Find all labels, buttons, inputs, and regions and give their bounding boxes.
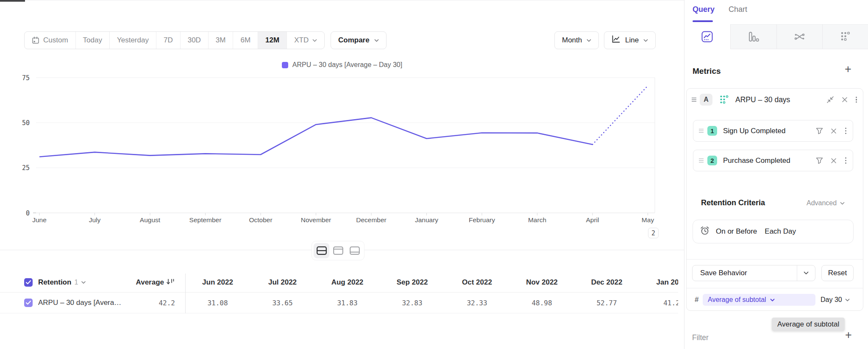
split-view-icon: [317, 246, 327, 255]
filter-funnel-icon[interactable]: [816, 128, 823, 134]
table-group-label: Retention: [38, 278, 71, 287]
filter-section-title: Filter: [692, 333, 709, 342]
numeric-measure-prefix: #: [695, 296, 698, 304]
column-header[interactable]: Sep 2022: [380, 278, 445, 287]
compare-label: Compare: [338, 36, 370, 45]
range-custom[interactable]: Custom: [25, 32, 76, 49]
flow-sankey-icon: [794, 31, 805, 42]
sort-descending-icon[interactable]: [167, 279, 175, 287]
event-row[interactable]: 2 Purchase Completed: [693, 150, 853, 171]
svg-text:April: April: [586, 216, 599, 223]
flow-chart-tab[interactable]: [776, 24, 823, 49]
chart-section: CustomTodayYesterday7D30D3M6M12MXTD Comp…: [0, 0, 684, 349]
retention-metric-icon: [719, 95, 729, 105]
more-options-icon[interactable]: [844, 127, 847, 135]
drag-handle-icon[interactable]: [699, 129, 704, 133]
range-label: Yesterday: [117, 36, 149, 45]
save-behavior-button[interactable]: Save Behavior: [692, 265, 815, 281]
range-6m[interactable]: 6M: [233, 32, 258, 49]
tab-query[interactable]: Query: [693, 5, 715, 14]
svg-text:March: March: [528, 216, 546, 223]
chart-type-button[interactable]: Line: [604, 31, 656, 49]
range-xtd[interactable]: XTD: [287, 32, 324, 49]
filter-funnel-icon[interactable]: [816, 157, 823, 164]
svg-text:July: July: [89, 216, 101, 223]
column-header[interactable]: Jul 2022: [250, 278, 315, 287]
check-icon: [26, 280, 31, 285]
funnel-dots-tab[interactable]: [822, 24, 868, 49]
metric-title: ARPU – 30 days: [735, 95, 790, 104]
line-chart-tab[interactable]: [684, 24, 730, 49]
range-label: Custom: [43, 36, 68, 45]
svg-text:May: May: [642, 216, 654, 223]
range-30d[interactable]: 30D: [181, 32, 209, 49]
advanced-dropdown[interactable]: Advanced: [807, 199, 845, 207]
bar-chart-tab[interactable]: [730, 24, 776, 49]
range-3m[interactable]: 3M: [209, 32, 234, 49]
column-header[interactable]: Dec 2022: [574, 278, 639, 287]
reset-button[interactable]: Reset: [821, 265, 854, 281]
add-metric-button[interactable]: +: [845, 65, 851, 73]
add-filter-button[interactable]: +: [845, 331, 852, 339]
column-header[interactable]: Jan 2023: [639, 278, 678, 287]
select-all-checkbox[interactable]: [24, 278, 33, 287]
split-view-toggle[interactable]: [314, 243, 329, 258]
table-row: ARPU – 30 days [Average – Day 30] 42.2 3…: [0, 293, 678, 313]
chevron-down-icon[interactable]: [81, 281, 86, 284]
range-label: 7D: [164, 36, 173, 45]
row-average-value: 42.2: [159, 299, 175, 307]
range-label: 3M: [216, 36, 226, 45]
calendar-icon: [32, 36, 39, 44]
more-options-icon[interactable]: [855, 96, 858, 104]
chart-legend: ARPU – 30 days [Average – Day 30]: [0, 61, 684, 69]
collapse-icon[interactable]: [826, 95, 835, 104]
svg-text:50: 50: [22, 119, 30, 127]
retention-criteria-card[interactable]: On or Before Each Day: [693, 220, 854, 243]
event-index-badge: 1: [707, 126, 717, 136]
chevron-down-icon[interactable]: [797, 271, 815, 275]
chevron-down-icon: [312, 39, 317, 42]
chevron-down-icon: [374, 39, 379, 42]
measure-tooltip: Average of subtotal: [772, 318, 845, 331]
day-select[interactable]: Day 30: [821, 296, 850, 304]
row-checkbox[interactable]: [24, 299, 33, 307]
funnel-dots-icon: [840, 31, 851, 42]
more-options-icon[interactable]: [844, 156, 847, 165]
measure-select[interactable]: Average of subtotal: [703, 294, 815, 306]
column-header[interactable]: Jun 2022: [185, 278, 250, 287]
average-column-header[interactable]: Average: [136, 278, 164, 287]
tab-chart[interactable]: Chart: [729, 5, 747, 14]
cell-value: 48.98: [509, 299, 574, 307]
cell-value: 32.83: [380, 299, 445, 307]
advanced-label: Advanced: [807, 199, 837, 207]
range-12m[interactable]: 12M: [258, 32, 287, 49]
cell-value: 31.08: [185, 299, 250, 307]
save-behavior-label: Save Behavior: [693, 269, 797, 277]
cell-value: 32.33: [445, 299, 509, 307]
legend-swatch: [282, 62, 288, 68]
column-header[interactable]: Oct 2022: [445, 278, 509, 287]
table-only-toggle[interactable]: [347, 243, 362, 258]
range-today[interactable]: Today: [76, 32, 110, 49]
close-icon[interactable]: [831, 128, 837, 134]
range-7d[interactable]: 7D: [156, 32, 181, 49]
line-chart-frame-icon: [701, 31, 713, 42]
divider: [687, 288, 863, 288]
granularity-button[interactable]: Month: [554, 31, 599, 49]
chart-only-toggle[interactable]: [330, 243, 346, 258]
range-label: 6M: [240, 36, 250, 45]
column-header[interactable]: Aug 2022: [315, 278, 380, 287]
close-icon[interactable]: [842, 97, 848, 103]
event-row[interactable]: 1 Sign Up Completed: [693, 120, 853, 142]
metrics-section-title: Metrics: [693, 67, 721, 76]
drag-handle-icon[interactable]: [699, 159, 704, 163]
criteria-condition: On or Before: [716, 227, 757, 236]
event-label: Sign Up Completed: [723, 127, 785, 135]
range-yesterday[interactable]: Yesterday: [110, 32, 156, 49]
close-icon[interactable]: [831, 158, 837, 164]
drag-handle-icon[interactable]: [692, 98, 696, 102]
compare-button[interactable]: Compare: [331, 31, 387, 49]
layout-toggle-group: [312, 241, 364, 260]
column-header[interactable]: Nov 2022: [509, 278, 574, 287]
retention-line-chart: 0255075JuneJulyAugustSeptemberOctoberNov…: [0, 59, 684, 237]
